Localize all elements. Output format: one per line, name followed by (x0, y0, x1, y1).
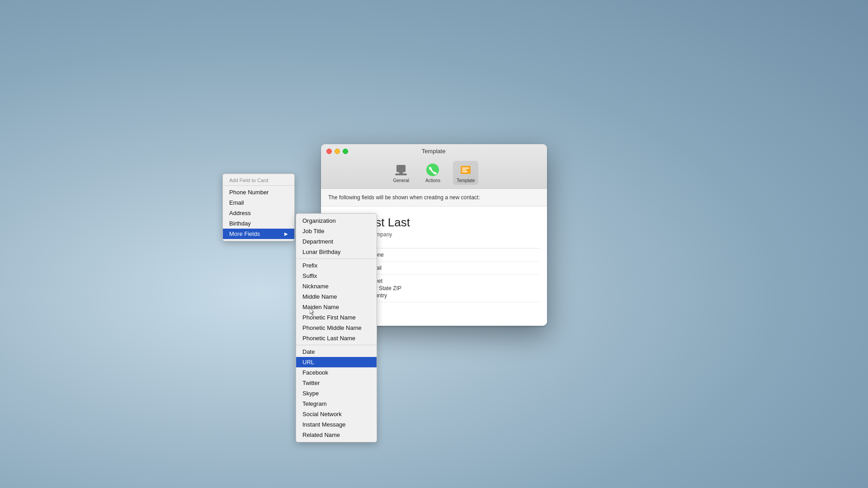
desktop: Template General (0, 0, 868, 488)
menu-item-skype[interactable]: Skype (296, 388, 377, 399)
dropdown-header: Add Field to Card: (223, 176, 294, 184)
info-bar: The following fields will be shown when … (321, 189, 547, 206)
menu-item-organization[interactable]: Organization (296, 216, 377, 226)
menu-item-facebook[interactable]: Facebook (296, 367, 377, 378)
general-icon (394, 163, 408, 177)
menu-item-birthday[interactable]: Birthday (223, 218, 294, 229)
svg-rect-5 (462, 168, 469, 169)
submenu-arrow-icon: ▶ (284, 231, 288, 236)
menu-item-phone-number[interactable]: Phone Number (223, 187, 294, 197)
menu-item-nickname[interactable]: Nickname (296, 281, 377, 291)
menu-item-phonetic-first-name[interactable]: Phonetic First Name (296, 312, 377, 323)
menu-item-telegram[interactable]: Telegram (296, 399, 377, 409)
address-city-state: City State ZIP (368, 285, 536, 291)
more-fields-label: More Fields (229, 230, 260, 237)
menu-item-phonetic-last-name[interactable]: Phonetic Last Name (296, 333, 377, 343)
secondary-dropdown: Organization Job Title Department Lunar … (296, 213, 377, 442)
toolbar: General Actions (326, 158, 542, 188)
svg-rect-2 (399, 172, 403, 174)
toolbar-general-label: General (393, 178, 410, 183)
field-value-email: Email (364, 262, 540, 274)
address-street: Street (368, 278, 536, 284)
separator-3 (296, 345, 377, 345)
toolbar-template[interactable]: Template (453, 161, 479, 185)
contact-name: First Last (362, 216, 540, 230)
actions-icon (425, 163, 440, 177)
menu-item-department[interactable]: Department (296, 236, 377, 247)
svg-rect-6 (462, 169, 467, 170)
field-value-address: Street City State ZIP Country (364, 275, 540, 302)
window-title: Template (326, 148, 542, 155)
menu-item-url[interactable]: URL (296, 357, 377, 367)
company-row: Company (362, 231, 540, 238)
menu-item-middle-name[interactable]: Middle Name (296, 291, 377, 302)
name-area: First Last Company (362, 214, 540, 238)
titlebar: Template General (321, 144, 547, 189)
menu-item-related-name[interactable]: Related Name (296, 430, 377, 440)
toolbar-actions[interactable]: Actions (422, 161, 444, 185)
separator-2 (296, 258, 377, 259)
menu-item-maiden-name[interactable]: Maiden Name (296, 302, 377, 312)
menu-item-instant-message[interactable]: Instant Message (296, 419, 377, 430)
primary-dropdown: Add Field to Card: Phone Number Email Ad… (222, 174, 295, 241)
menu-item-phonetic-middle-name[interactable]: Phonetic Middle Name (296, 323, 377, 333)
svg-rect-0 (396, 165, 406, 172)
address-country: Country (368, 292, 536, 299)
menu-item-email[interactable]: Email (223, 197, 294, 208)
menu-item-job-title[interactable]: Job Title (296, 226, 377, 236)
menu-item-date[interactable]: Date (296, 347, 377, 357)
menu-item-address[interactable]: Address (223, 208, 294, 218)
toolbar-template-label: Template (457, 178, 475, 183)
menu-item-twitter[interactable]: Twitter (296, 378, 377, 388)
menu-item-social-network[interactable]: Social Network (296, 409, 377, 419)
menu-item-more-fields[interactable]: More Fields ▶ (223, 229, 294, 239)
menu-item-prefix[interactable]: Prefix (296, 260, 377, 271)
toolbar-actions-label: Actions (425, 178, 440, 183)
svg-point-3 (426, 164, 439, 176)
menu-item-suffix[interactable]: Suffix (296, 271, 377, 281)
field-value-phone: Phone (364, 249, 540, 261)
svg-rect-7 (462, 171, 467, 172)
separator (223, 185, 294, 186)
template-icon (458, 163, 473, 177)
menu-item-lunar-birthday[interactable]: Lunar Birthday (296, 247, 377, 257)
toolbar-general[interactable]: General (390, 161, 413, 185)
